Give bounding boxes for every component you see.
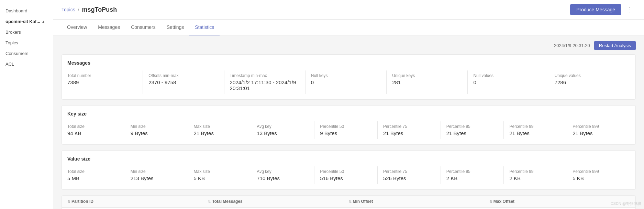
tab-bar: OverviewMessagesConsumersSettingsStatist… [53, 20, 644, 35]
stat-value: 2370 - 9758 [148, 79, 218, 85]
stat-value: 0 [473, 79, 543, 85]
table-body: + 0 7389 2370 9758 [62, 208, 635, 209]
stat-label: Total size [67, 169, 119, 174]
sidebar-item-brokers[interactable]: Brokers [0, 27, 53, 37]
sidebar-item-consumers[interactable]: Consumers [0, 48, 53, 59]
breadcrumb: Topics / msgToPush [62, 6, 117, 13]
stat-cell: Percentile 992 KB [504, 166, 567, 184]
sidebar-item-topics[interactable]: Topics [0, 37, 53, 48]
stat-value: 7286 [555, 79, 624, 85]
stat-cell: Percentile 9521 Bytes [441, 121, 504, 139]
stat-label: Avg key [257, 124, 309, 129]
stat-label: Unique values [555, 73, 624, 78]
chevron-icon: ▲ [42, 20, 45, 23]
stat-value: 710 Bytes [257, 175, 309, 181]
tab-messages[interactable]: Messages [92, 20, 125, 35]
stat-label: Percentile 999 [573, 124, 624, 129]
th-partition-id[interactable]: ⇅Partition ID [67, 199, 208, 204]
stat-value: 281 [392, 79, 462, 85]
th-sort-icon: ⇅ [208, 200, 211, 204]
table-row: + 0 7389 2370 9758 [62, 208, 635, 209]
produce-message-button[interactable]: Produce Message [570, 4, 621, 15]
th-sort-icon: ⇅ [489, 200, 492, 204]
stat-cell: Max size21 Bytes [188, 121, 252, 139]
partition-table: ⇅Partition ID⇅Total Messages⇅Min Offset⇅… [62, 195, 636, 209]
breadcrumb-topics-link[interactable]: Topics [62, 7, 75, 12]
th-sort-icon: ⇅ [67, 200, 70, 204]
stat-label: Offsets min-max [148, 73, 218, 78]
stat-label: Percentile 999 [573, 169, 624, 174]
stat-value: 21 Bytes [573, 130, 624, 136]
stat-cell: Null values0 [468, 70, 549, 94]
stat-cell: Avg key13 Bytes [251, 121, 314, 139]
stat-value: 21 Bytes [383, 130, 435, 136]
cluster-label: openim-sit Kaf... [5, 19, 40, 24]
stat-value: 5 MB [67, 175, 119, 181]
more-options-button[interactable]: ⋮ [624, 4, 636, 15]
tab-consumers[interactable]: Consumers [125, 20, 161, 35]
tab-overview[interactable]: Overview [62, 20, 92, 35]
stat-value: 7389 [67, 79, 137, 85]
stat-value: 21 Bytes [446, 130, 498, 136]
stat-cell: Percentile 9995 KB [567, 166, 630, 184]
stat-value: 5 KB [573, 175, 624, 181]
th-max-offset[interactable]: ⇅Max Offset [489, 199, 630, 204]
page-title: msgToPush [82, 6, 117, 13]
stat-cell: Percentile 509 Bytes [314, 121, 378, 139]
stat-value: 13 Bytes [257, 130, 309, 136]
stat-label: Percentile 95 [446, 124, 498, 129]
stat-value: 94 KB [67, 130, 119, 136]
table-header: ⇅Partition ID⇅Total Messages⇅Min Offset⇅… [62, 196, 635, 208]
tab-statistics[interactable]: Statistics [189, 20, 220, 35]
th-total-messages[interactable]: ⇅Total Messages [208, 199, 348, 204]
restart-analysis-button[interactable]: Restart Analysis [594, 41, 636, 50]
stat-cell: Null keys0 [306, 70, 387, 94]
sidebar-item-acl[interactable]: ACL [0, 59, 53, 69]
messages-card: Messages Total number7389Offsets min-max… [62, 54, 636, 100]
stat-value: 9 Bytes [131, 130, 182, 136]
sidebar: Dashboard openim-sit Kaf... ▲ BrokersTop… [0, 0, 53, 209]
stat-cell: Percentile 75526 Bytes [378, 166, 441, 184]
content-area: 2024/1/9 20:31:20 Restart Analysis Messa… [53, 35, 644, 209]
value-size-section-title: Value size [67, 156, 630, 162]
stat-cell: Timestamp min-max2024/1/2 17:11:30 - 202… [224, 70, 306, 94]
stat-cell: Unique values7286 [549, 70, 630, 94]
stat-value: 516 Bytes [320, 175, 372, 181]
key-size-section-title: Key size [67, 111, 630, 117]
sidebar-cluster[interactable]: openim-sit Kaf... ▲ [0, 16, 53, 27]
tab-settings[interactable]: Settings [161, 20, 190, 35]
stat-cell: Offsets min-max2370 - 9758 [143, 70, 224, 94]
stat-cell: Percentile 952 KB [441, 166, 504, 184]
key-size-stats-grid: Total size94 KBMin size9 BytesMax size21… [67, 121, 630, 139]
stat-label: Avg key [257, 169, 309, 174]
stat-value: 9 Bytes [320, 130, 372, 136]
stat-value: 2 KB [446, 175, 498, 181]
stat-label: Min size [131, 124, 182, 129]
stat-label: Percentile 99 [509, 124, 561, 129]
stat-label: Min size [131, 169, 182, 174]
toolbar-row: 2024/1/9 20:31:20 Restart Analysis [62, 41, 636, 50]
stat-cell: Percentile 50516 Bytes [314, 166, 378, 184]
stat-label: Null keys [311, 73, 381, 78]
sidebar-dashboard[interactable]: Dashboard [0, 6, 53, 16]
th-min-offset[interactable]: ⇅Min Offset [349, 199, 489, 204]
stat-label: Percentile 50 [320, 124, 372, 129]
stat-label: Max size [194, 124, 246, 129]
stat-value: 2 KB [509, 175, 561, 181]
stat-label: Total number [67, 73, 137, 78]
stat-value: 526 Bytes [383, 175, 435, 181]
stat-cell: Total size5 MB [67, 166, 125, 184]
stat-cell: Percentile 7521 Bytes [378, 121, 441, 139]
stat-label: Unique keys [392, 73, 462, 78]
stat-cell: Avg key710 Bytes [251, 166, 314, 184]
value-size-card: Value size Total size5 MBMin size213 Byt… [62, 150, 636, 190]
stat-value: 2024/1/2 17:11:30 - 2024/1/9 20:31:01 [230, 79, 300, 91]
key-size-card: Key size Total size94 KBMin size9 BytesM… [62, 105, 636, 145]
stat-cell: Percentile 99921 Bytes [567, 121, 630, 139]
messages-section-title: Messages [67, 60, 630, 66]
stat-cell: Min size213 Bytes [125, 166, 188, 184]
stat-label: Null values [473, 73, 543, 78]
stat-cell: Percentile 9921 Bytes [504, 121, 567, 139]
breadcrumb-separator: / [78, 7, 79, 12]
stat-value: 21 Bytes [509, 130, 561, 136]
